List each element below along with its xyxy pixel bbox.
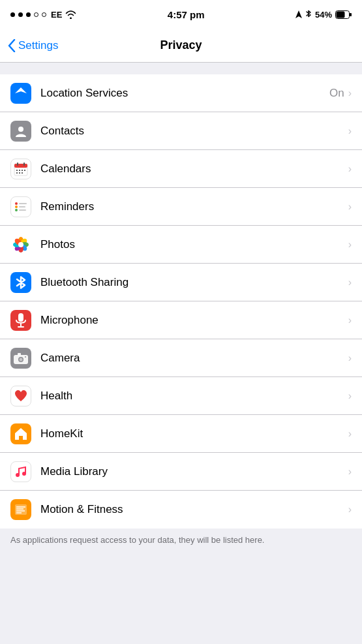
svg-point-37 [20,358,23,361]
health-chevron: › [348,390,352,402]
settings-list: Location Services On › Contacts › [0,74,362,529]
camera-chevron: › [348,352,352,364]
signal-dot-4 [34,12,38,17]
motion-fitness-chevron: › [348,504,352,515]
status-left: EE [10,10,76,20]
motion-fitness-label: Motion & Fitness [40,503,348,516]
list-item[interactable]: Photos › [0,226,362,264]
svg-point-21 [15,209,18,211]
bluetooth-status-icon [305,10,312,19]
motion-svg-icon [13,502,29,517]
bluetooth-sharing-icon [10,272,31,293]
svg-marker-0 [295,10,302,18]
svg-point-19 [15,206,18,208]
signal-dot-3 [26,12,31,17]
calendars-label: Calendars [40,162,348,176]
location-services-chevron: › [348,87,352,99]
status-bar: EE 4:57 pm 54% [0,0,362,29]
photos-label: Photos [40,238,348,251]
photos-chevron: › [348,239,352,251]
microphone-label: Microphone [40,314,348,327]
svg-rect-8 [17,162,18,166]
bluetooth-sharing-chevron: › [348,277,352,288]
location-status-icon [295,10,302,18]
svg-rect-18 [19,203,27,204]
microphone-svg-icon [14,313,27,328]
camera-label: Camera [40,352,348,365]
list-item[interactable]: Media Library › [0,453,362,491]
nav-bar: Settings Privacy [0,29,362,63]
bluetooth-sharing-label: Bluetooth Sharing [40,276,348,289]
location-services-value: On [329,87,344,100]
svg-rect-38 [18,353,21,356]
svg-rect-14 [16,172,18,174]
motion-fitness-icon [10,499,31,520]
svg-rect-3 [336,11,344,18]
signal-dot-2 [18,12,23,17]
svg-rect-2 [350,13,352,16]
svg-rect-32 [18,313,23,322]
calendars-icon [10,159,31,179]
list-item[interactable]: Reminders › [0,188,362,226]
svg-point-17 [15,202,18,205]
wifi-icon [65,10,76,19]
list-item[interactable]: Contacts › [0,112,362,150]
carrier-label: EE [51,10,62,20]
svg-rect-9 [23,162,25,166]
section-gap-top [0,63,362,74]
svg-point-39 [25,356,26,358]
svg-point-40 [16,473,20,477]
media-svg-icon [13,464,29,480]
list-item[interactable]: Location Services On › [0,74,362,112]
svg-rect-15 [19,172,20,174]
photos-svg-icon [12,236,30,254]
microphone-icon [10,310,31,331]
list-item[interactable]: HomeKit › [0,415,362,453]
list-item[interactable]: Microphone › [0,301,362,339]
svg-point-41 [22,472,26,476]
svg-point-31 [18,242,23,247]
media-library-chevron: › [348,466,352,478]
list-item[interactable]: Bluetooth Sharing › [0,264,362,301]
location-services-label: Location Services [40,87,329,100]
list-item[interactable]: Camera › [0,339,362,377]
svg-rect-10 [16,170,18,171]
reminders-label: Reminders [40,200,348,213]
signal-dot-1 [10,12,15,17]
battery-icon [335,10,352,19]
contacts-icon [10,121,31,142]
bluetooth-svg-icon [15,275,27,290]
contacts-chevron: › [348,125,352,137]
contacts-person-icon [14,124,28,138]
location-arrow-icon [14,87,27,100]
health-icon [10,386,31,406]
media-library-label: Media Library [40,465,348,478]
svg-marker-4 [15,87,27,93]
back-chevron-icon [8,39,16,52]
svg-rect-13 [24,170,25,171]
homekit-icon [10,423,31,444]
page-title: Privacy [160,38,202,52]
list-item[interactable]: Calendars › [0,150,362,188]
list-item[interactable]: Health › [0,377,362,415]
svg-rect-7 [14,164,27,168]
reminders-chevron: › [348,201,352,213]
svg-rect-20 [19,206,25,207]
photos-icon [10,234,31,255]
health-svg-icon [13,388,29,404]
reminders-icon [10,196,31,217]
homekit-svg-icon [13,426,29,442]
svg-rect-12 [22,170,23,171]
camera-icon [10,348,31,369]
footer-note: As applications request access to your d… [0,529,362,561]
homekit-chevron: › [348,428,352,440]
battery-label: 54% [315,10,332,20]
back-button[interactable]: Settings [8,39,58,52]
svg-point-5 [18,127,23,132]
svg-rect-11 [19,170,20,171]
camera-svg-icon [13,352,29,365]
list-item[interactable]: Motion & Fitness › [0,491,362,529]
svg-rect-16 [22,172,23,174]
location-services-icon [10,83,31,104]
homekit-label: HomeKit [40,427,348,440]
